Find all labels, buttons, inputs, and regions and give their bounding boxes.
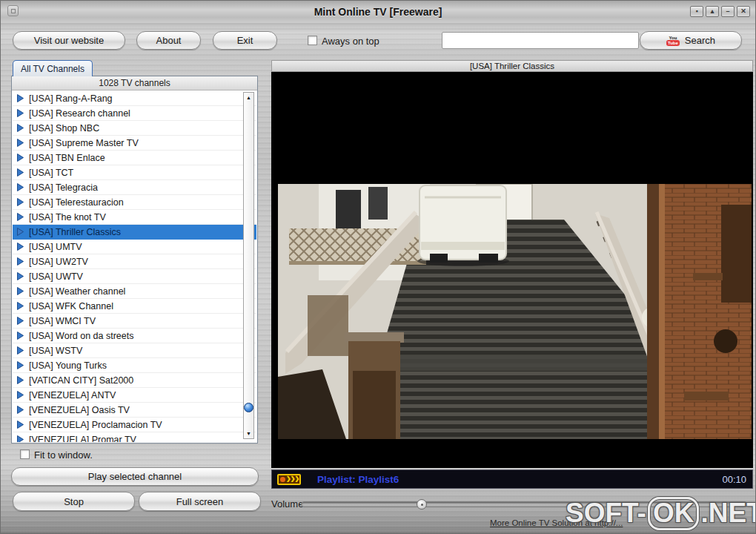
play-arrow-icon [17,361,24,369]
play-arrow-icon [17,213,24,221]
fit-to-window-label: Fit to window. [34,449,93,461]
channel-list-item[interactable]: [USA] UWTV [13,269,256,284]
channel-label: [USA] UW2TV [29,257,88,267]
channel-list-item[interactable]: [VATICAN CITY] Sat2000 [13,373,256,388]
soft-ok-net-watermark: SOFT-OK.NET [566,497,756,530]
channels-panel: 1028 TV channels [USA] Rang-A-Rang [USA]… [11,76,258,444]
tab-all-tv-channels[interactable]: All TV Channels [13,60,93,76]
scrollbar-up-button[interactable]: ▲ [244,93,253,102]
search-input[interactable] [442,32,639,49]
channel-list-scrollbar[interactable]: ▲ ▼ [243,92,254,439]
channel-label: [USA] Weather channel [29,286,125,297]
full-screen-button[interactable]: Full screen [139,492,261,511]
channel-list-item[interactable]: [USA] Rang-A-Rang [13,91,256,106]
channel-list-item[interactable]: [USA] Research channel [13,106,256,121]
about-button[interactable]: About [136,31,201,50]
play-arrow-icon [17,391,24,399]
channel-label: [USA] Young Turks [29,360,107,371]
play-selected-channel-button[interactable]: Play selected channel [11,467,259,486]
channel-label: [USA] UWTV [29,271,83,282]
playlist-icon: ❯❯❯ [277,474,301,485]
channel-list-item[interactable]: [USA] TCT [13,165,256,180]
channel-label: [USA] TCT [29,168,73,178]
play-arrow-icon [17,421,24,429]
channel-list-item[interactable]: [USA] UMTV [13,240,256,254]
play-arrow-icon [17,198,24,206]
channel-list-item[interactable]: [USA] Supreme Master TV [13,136,256,151]
playlist-label: Playlist: Playlist6 [317,474,399,485]
window-title: Mint Online TV [Freeware] [1,6,755,18]
channel-label: [USA] TBN Enlace [29,153,105,163]
play-arrow-icon [17,272,24,280]
play-arrow-icon [17,287,24,295]
channel-label: [USA] WFK Channel [29,301,113,312]
channel-list-item[interactable]: [USA] Telerestauracion [13,195,256,210]
title-bar: Mint Online TV [Freeware] ▪ ▴ – ✕ [1,1,755,23]
play-arrow-icon [17,139,24,147]
channel-list-item[interactable]: [VENEZUELA] Promar TV [13,432,256,442]
channel-list-item[interactable]: [USA] Young Turks [13,358,256,373]
playlist-icon-dot [280,477,285,482]
channel-list-item[interactable]: [VENEZUELA] Oasis TV [13,403,256,418]
channel-label: [USA] Rang-A-Rang [29,93,113,104]
play-arrow-icon [17,302,24,310]
channel-list-item[interactable]: [USA] Shop NBC [13,121,256,136]
channel-label: [VENEZUELA] ANTV [29,390,116,400]
channel-label: [USA] UMTV [29,242,82,252]
channel-label: [VATICAN CITY] Sat2000 [29,375,133,386]
channel-list-item[interactable]: [VENEZUELA] Proclamacion TV [13,418,256,432]
scrollbar-thumb[interactable] [244,403,253,412]
close-button[interactable]: ✕ [737,6,750,17]
channel-list-item[interactable]: [USA] Word on da streets [13,329,256,343]
search-button[interactable]: You Tube Search [640,31,742,50]
always-on-top-label: Aways on top [322,36,379,47]
play-arrow-icon [17,94,24,102]
play-arrow-icon [17,228,24,236]
channel-label: [USA] WMCI TV [29,316,96,326]
channel-list-item[interactable]: [USA] The knot TV [13,210,256,225]
channel-list-item[interactable]: [USA] UW2TV [13,254,256,269]
elapsed-time: 00:10 [722,474,746,485]
channel-label: [USA] WSTV [29,346,82,356]
channel-label: [USA] Shop NBC [29,123,99,134]
channel-list-item[interactable]: [USA] Telegracia [13,180,256,195]
play-arrow-icon [17,154,24,162]
channel-list-item[interactable]: [USA] WFK Channel [13,299,256,314]
play-arrow-icon [17,435,24,442]
playlist-icon-chevrons: ❯❯❯ [286,476,299,482]
play-arrow-icon [17,346,24,355]
channel-list-item[interactable]: [USA] TBN Enlace [13,151,256,165]
video-frame-scene [278,184,752,439]
channel-list-item[interactable]: [USA] Weather channel [13,284,256,299]
channel-label: [USA] Research channel [29,108,130,119]
app-window: Mint Online TV [Freeware] ▪ ▴ – ✕ Visit … [0,0,756,534]
youtube-icon: You Tube [666,36,680,46]
search-button-label: Search [685,35,715,46]
channel-list-item[interactable]: [USA] WSTV [13,343,256,358]
channel-list-item[interactable]: [USA] Thriller Classics [13,225,256,240]
channel-list-item[interactable]: [USA] WMCI TV [13,314,256,329]
volume-thumb[interactable] [417,499,427,510]
minimize-button[interactable]: – [721,6,735,17]
tray-button[interactable]: ▪ [690,6,703,17]
exit-button[interactable]: Exit [213,31,277,50]
channel-label: [USA] Telegracia [29,182,98,193]
rollup-button[interactable]: ▴ [706,6,719,17]
channel-label: [USA] Supreme Master TV [29,138,139,148]
stop-button[interactable]: Stop [13,492,135,511]
video-surface[interactable] [271,72,753,468]
fit-to-window-checkbox[interactable] [20,449,30,459]
scrollbar-down-button[interactable]: ▼ [244,429,253,438]
play-arrow-icon [17,243,24,251]
always-on-top-checkbox[interactable] [308,36,317,45]
play-arrow-icon [17,168,24,177]
play-arrow-icon [17,317,24,325]
visit-website-button[interactable]: Visit our website [13,31,125,50]
channel-label: [USA] The knot TV [29,212,106,222]
channel-label: [VENEZUELA] Proclamacion TV [29,420,162,430]
play-arrow-icon [17,376,24,384]
channels-count-header: 1028 TV channels [12,76,257,90]
play-arrow-icon [17,406,24,414]
play-arrow-icon [17,124,24,132]
channel-list-item[interactable]: [VENEZUELA] ANTV [13,388,256,403]
